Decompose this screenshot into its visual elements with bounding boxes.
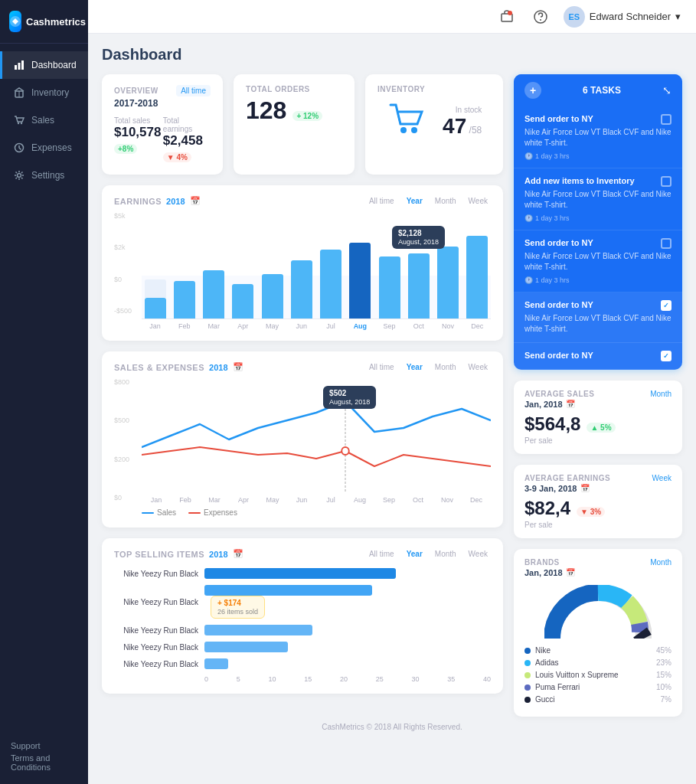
line-chart-legend: Sales Expenses [142,508,491,517]
user-menu[interactable]: ES Edward Schneider ▾ [564,6,681,28]
total-earnings-stat: Total earnings $2,458 ▼ 4% [163,116,211,164]
filter-alltime-top[interactable]: All time [366,549,397,559]
overview-row: OVERVIEW All time 2017-2018 Total sales … [102,74,503,175]
avg-earnings-period[interactable]: Week [652,474,671,482]
top-items-year: 2018 [209,550,227,559]
total-orders-badge: + 12% [292,111,322,121]
top-item-row: Nike Yeezy Run Black [114,642,491,652]
filter-month-earnings[interactable]: Month [432,196,459,206]
calendar-icon6: 📅 [566,568,575,577]
top-item-row: Nike Yeezy Run Black + $17426 items sold [114,585,491,619]
logo-icon [9,11,21,32]
brand-row: Adidas 23% [524,658,671,667]
tasks-panel: + 6 TASKS ⤡ Send order to NY Nike Air Fo… [514,74,682,370]
svg-point-18 [341,447,349,455]
brands-list: Nike 45% Adidas 23% Louis Vuitton x Supr… [524,646,671,704]
filter-alltime-se[interactable]: All time [366,362,397,372]
task-checkbox[interactable] [661,351,671,361]
brands-label: BRANDS [524,558,560,567]
sales-expenses-title: SALES & EXPENSES [114,363,204,372]
svg-rect-1 [15,65,17,70]
sales-expenses-chart-card: SALES & EXPENSES 2018 📅 All time Year Mo… [102,351,503,528]
sales-expenses-year: 2018 [209,363,227,372]
total-sales-label: Total sales [114,116,163,125]
sidebar-item-sales[interactable]: Sales [0,106,88,134]
brand-row: Nike 45% [524,646,671,655]
main-content: ES Edward Schneider ▾ Dashboard OVERVIEW… [88,0,696,784]
avg-sales-period[interactable]: Month [650,390,671,398]
top-item-row: Nike Yeezy Run Black [114,625,491,635]
filter-week-se[interactable]: Week [466,362,491,372]
total-orders-card: Total orders 128 + 12% [234,74,355,175]
support-link[interactable]: Support [11,740,77,752]
avg-earnings-value: $82,4 [524,498,570,519]
avg-sales-label: AVERAGE SALES [524,390,594,398]
notification-icon[interactable] [496,6,518,28]
task-item: Send order to NY Nike Air Force Low VT B… [514,292,682,343]
filter-year-top[interactable]: Year [404,549,426,559]
help-icon[interactable] [530,6,551,28]
task-checkbox[interactable] [661,176,671,187]
sidebar-footer: Support Terms and Conditions [0,729,88,784]
earnings-tooltip: $2,128 August, 2018 [392,226,445,249]
filter-month-top[interactable]: Month [432,549,459,559]
sidebar-label-dashboard: Dashboard [31,60,77,70]
average-earnings-card: AVERAGE EARNINGS Week 3-9 Jan, 2018 📅 $8… [514,465,682,538]
svg-rect-3 [21,60,24,70]
circle-icon [13,142,25,154]
sidebar-item-expenses[interactable]: Expenses [0,134,88,162]
filter-week-earnings[interactable]: Week [466,196,491,206]
logo-text: Cashmetrics [26,16,86,28]
svg-point-6 [18,122,19,124]
footer-text: CashMetrics © 2018 All Rights Reserved. [322,723,462,731]
avg-sales-sub: Per sale [524,436,671,445]
chart-icon [13,59,25,71]
sidebar-label-sales: Sales [31,115,54,126]
filter-alltime-earnings[interactable]: All time [366,196,397,206]
earnings-filters: All time Year Month Week [366,196,491,206]
earnings-year: 2018 [166,197,185,206]
overview-label: OVERVIEW [114,87,158,95]
donut-chart [524,585,671,639]
time-selector[interactable]: All time [176,85,211,96]
dashboard-grid: OVERVIEW All time 2017-2018 Total sales … [102,74,682,717]
top-selling-card: TOP SELLING ITEMS 2018 📅 All time Year M… [102,538,503,694]
sidebar-label-inventory: Inventory [31,87,69,98]
filter-year-se[interactable]: Year [404,362,426,372]
expand-icon[interactable]: ⤡ [662,84,671,96]
footer: CashMetrics © 2018 All Rights Reserved. [102,717,682,737]
avg-earnings-change: ▼ 3% [577,507,605,517]
filter-year-earnings[interactable]: Year [404,196,426,206]
brand-row: Louis Vuitton x Supreme 15% [524,671,671,679]
content-area: Dashboard OVERVIEW All time 2017-2018 [88,34,696,784]
top-items-filters: All time Year Month Week [366,549,491,559]
total-orders-value: 128 [246,96,286,125]
filter-month-se[interactable]: Month [432,362,459,372]
task-checkbox[interactable] [661,300,671,311]
top-items-title: TOP SELLING ITEMS [114,550,204,559]
filter-week-top[interactable]: Week [466,549,491,559]
brand-row: Puma Ferrari 10% [524,683,671,691]
brand-row: Gucci 7% [524,695,671,704]
task-item: Send order to NY Nike Air Force Low VT B… [514,230,682,292]
tasks-list: Send order to NY Nike Air Force Low VT B… [514,106,682,370]
sidebar-item-dashboard[interactable]: Dashboard [0,51,88,79]
shopping-cart-icon [387,101,425,142]
task-checkbox[interactable] [661,114,671,125]
total-sales-value: $10,578 +8% [114,125,163,155]
total-earnings-value: $2,458 ▼ 4% [163,133,211,164]
svg-point-9 [18,174,21,178]
sidebar-item-settings[interactable]: Settings [0,162,88,189]
calendar-icon: 📅 [190,196,201,206]
brands-period[interactable]: Month [650,558,671,567]
svg-point-15 [411,127,417,133]
task-checkbox[interactable] [661,238,671,249]
terms-link[interactable]: Terms and Conditions [11,752,77,773]
gear-icon [13,169,25,181]
stock-value: 47 [443,114,466,138]
box-icon [13,87,25,99]
inventory-label: INVENTORY [377,85,491,93]
total-earnings-label: Total earnings [163,116,211,133]
tasks-add-button[interactable]: + [524,82,541,99]
sidebar-item-inventory[interactable]: Inventory [0,79,88,106]
